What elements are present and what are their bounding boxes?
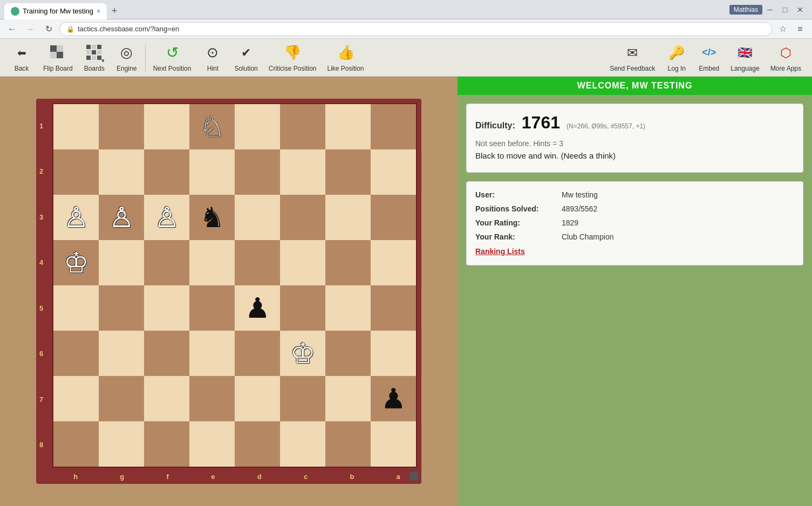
chess-cell-e7[interactable] [189, 376, 235, 421]
chess-cell-a5[interactable] [371, 285, 416, 331]
chess-cell-c6[interactable]: ♔ [280, 331, 325, 376]
criticise-icon: 👎 [283, 43, 302, 63]
chess-cell-f3[interactable]: ♙ [144, 195, 189, 240]
piece-white-king: ♔ [290, 339, 316, 367]
chess-cell-e3[interactable]: ♞ [189, 195, 235, 240]
chess-cell-e6[interactable] [189, 331, 235, 376]
chess-cell-b8[interactable] [325, 421, 371, 467]
more-apps-icon: ⬡ [776, 43, 795, 63]
svg-rect-5 [92, 45, 96, 49]
chess-cell-h5[interactable] [53, 285, 99, 331]
chess-cell-g7[interactable] [99, 376, 144, 421]
chess-cell-b7[interactable] [325, 376, 371, 421]
chess-cell-a3[interactable] [371, 195, 416, 240]
toolbar-criticise[interactable]: 👎 Criticise Position [263, 41, 322, 74]
tab-close-button[interactable]: × [97, 8, 100, 15]
chess-cell-b6[interactable] [325, 331, 371, 376]
chess-cell-c3[interactable] [280, 195, 325, 240]
chess-cell-e2[interactable] [189, 149, 235, 195]
chess-cell-g4[interactable] [99, 240, 144, 285]
chess-cell-h4[interactable]: ♔ [53, 240, 99, 285]
chess-cell-f2[interactable] [144, 149, 189, 195]
chess-cell-h8[interactable] [53, 421, 99, 467]
main-content: 1 2 3 4 5 6 7 8 ♘♙♙♙♞♔♟♔♟ h g f e d [0, 77, 812, 506]
chess-cell-h2[interactable] [53, 149, 99, 195]
chess-cell-f4[interactable] [144, 240, 189, 285]
chess-cell-e5[interactable] [189, 285, 235, 331]
maximize-button[interactable]: □ [777, 2, 793, 17]
chess-cell-h3[interactable]: ♙ [53, 195, 99, 240]
chess-cell-d4[interactable] [235, 240, 280, 285]
chess-cell-g2[interactable] [99, 149, 144, 195]
chess-cell-h6[interactable] [53, 331, 99, 376]
toolbar-next-position[interactable]: ↺ Next Position [148, 41, 197, 74]
chess-cell-e1[interactable]: ♘ [189, 104, 235, 149]
chess-cell-c4[interactable] [280, 240, 325, 285]
chess-cell-h7[interactable] [53, 376, 99, 421]
toolbar-flip-board[interactable]: Flip Board [38, 41, 78, 74]
toolbar-embed[interactable]: </> Embed [693, 41, 725, 74]
chess-cell-d5[interactable]: ♟ [235, 285, 280, 331]
toolbar-engine[interactable]: ◎ Engine [111, 41, 143, 74]
toolbar-hint[interactable]: ⊙ Hint [196, 41, 229, 74]
chess-cell-b2[interactable] [325, 149, 371, 195]
refresh-button[interactable]: ↻ [41, 22, 56, 37]
chess-cell-c1[interactable] [280, 104, 325, 149]
chess-cell-h1[interactable] [53, 104, 99, 149]
chess-cell-d8[interactable] [235, 421, 280, 467]
chess-cell-b4[interactable] [325, 240, 371, 285]
chess-cell-a4[interactable] [371, 240, 416, 285]
chess-cell-g3[interactable]: ♙ [99, 195, 144, 240]
chess-cell-e8[interactable] [189, 421, 235, 467]
ranking-lists-link[interactable]: Ranking Lists [475, 247, 525, 256]
back-button[interactable]: ← [4, 22, 19, 37]
info-card: Difficulty: 1761 (N=266, Ø99s, #59557, +… [466, 104, 803, 173]
chess-cell-f8[interactable] [144, 421, 189, 467]
chess-cell-a2[interactable] [371, 149, 416, 195]
chess-cell-a7[interactable]: ♟ [371, 376, 416, 421]
toolbar-more-apps[interactable]: ⬡ More Apps [765, 41, 807, 74]
bookmark-button[interactable]: ☆ [775, 22, 790, 37]
new-tab-button[interactable]: + [107, 4, 122, 19]
toolbar-back[interactable]: ⬅ Back [5, 41, 38, 74]
chess-cell-e4[interactable] [189, 240, 235, 285]
address-bar[interactable]: 🔒 tactics.chessbase.com/?lang=en [59, 22, 772, 36]
toolbar-solution[interactable]: ✔ Solution [229, 41, 263, 74]
svg-rect-1 [57, 45, 63, 52]
chess-cell-a1[interactable] [371, 104, 416, 149]
chess-cell-c5[interactable] [280, 285, 325, 331]
chess-cell-d6[interactable] [235, 331, 280, 376]
toolbar-boards[interactable]: ▼ Boards [78, 41, 111, 74]
chess-cell-c2[interactable] [280, 149, 325, 195]
chess-cell-d2[interactable] [235, 149, 280, 195]
chess-cell-g1[interactable] [99, 104, 144, 149]
chess-cell-c7[interactable] [280, 376, 325, 421]
chess-cell-f1[interactable] [144, 104, 189, 149]
chess-cell-g8[interactable] [99, 421, 144, 467]
close-window-button[interactable]: ✕ [793, 2, 808, 17]
chess-cell-d3[interactable] [235, 195, 280, 240]
browser-tab[interactable]: Training for Mw testing × [4, 3, 107, 19]
chess-cell-b1[interactable] [325, 104, 371, 149]
browser-menu-button[interactable]: ≡ [793, 22, 808, 37]
chess-cell-a8[interactable] [371, 421, 416, 467]
chess-cell-g6[interactable] [99, 331, 144, 376]
chess-cell-c8[interactable] [280, 421, 325, 467]
chess-cell-d7[interactable] [235, 376, 280, 421]
ranking-link-row[interactable]: Ranking Lists [475, 247, 794, 256]
forward-button[interactable]: → [23, 22, 38, 37]
toolbar-send-feedback[interactable]: ✉ Send Feedback [604, 41, 660, 74]
chess-cell-f5[interactable] [144, 285, 189, 331]
toolbar-like[interactable]: 👍 Like Position [322, 41, 369, 74]
chess-cell-d1[interactable] [235, 104, 280, 149]
toolbar-log-in[interactable]: 🔑 Log In [660, 41, 693, 74]
minimize-button[interactable]: ─ [762, 2, 777, 17]
toolbar-language[interactable]: 🇬🇧 Language [725, 41, 765, 74]
chess-cell-b3[interactable] [325, 195, 371, 240]
chess-cell-g5[interactable] [99, 285, 144, 331]
chess-cell-b5[interactable] [325, 285, 371, 331]
chess-cell-f7[interactable] [144, 376, 189, 421]
toolbar-send-feedback-label: Send Feedback [610, 65, 655, 72]
chess-cell-a6[interactable] [371, 331, 416, 376]
chess-cell-f6[interactable] [144, 331, 189, 376]
